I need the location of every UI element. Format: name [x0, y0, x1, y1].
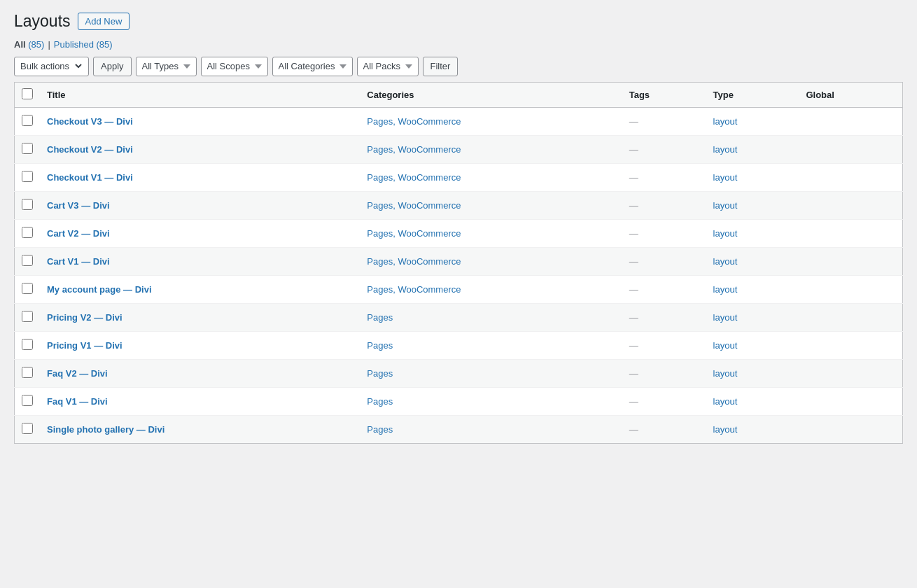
row-categories-cell: Pages: [360, 387, 622, 415]
row-title-link[interactable]: Pricing V2 — Divi: [47, 312, 122, 323]
row-checkbox[interactable]: [22, 143, 33, 154]
row-title-link[interactable]: Cart V3 — Divi: [47, 200, 110, 211]
row-title-link[interactable]: Checkout V2 — Divi: [47, 144, 133, 155]
row-checkbox-cell: [15, 247, 41, 275]
row-categories-cell: Pages, WooCommerce: [360, 191, 622, 219]
row-type-link[interactable]: layout: [713, 172, 738, 183]
row-title-cell: Cart V3 — Divi: [40, 191, 360, 219]
table-row: Cart V1 — DiviPages, WooCommerce—layout: [15, 247, 903, 275]
page-wrapper: Layouts Add New All (85) | Published (85…: [0, 0, 917, 588]
row-type-link[interactable]: layout: [713, 368, 738, 379]
row-tags-cell: —: [622, 107, 706, 135]
row-categories-cell: Pages, WooCommerce: [360, 247, 622, 275]
all-types-select[interactable]: All Types: [136, 57, 197, 76]
row-checkbox[interactable]: [22, 395, 33, 406]
row-type-link[interactable]: layout: [713, 312, 738, 323]
row-checkbox[interactable]: [22, 311, 33, 322]
row-title-cell: My account page — Divi: [40, 275, 360, 303]
all-label: All: [14, 39, 26, 50]
row-categories-cell: Pages, WooCommerce: [360, 163, 622, 191]
row-checkbox[interactable]: [22, 367, 33, 378]
row-checkbox[interactable]: [22, 339, 33, 350]
title-column-header[interactable]: Title: [40, 82, 360, 107]
bulk-actions-select[interactable]: Bulk actions: [18, 60, 84, 72]
row-title-link[interactable]: Pricing V1 — Divi: [47, 340, 122, 351]
row-title-link[interactable]: Checkout V3 — Divi: [47, 116, 133, 127]
row-tags-cell: —: [622, 135, 706, 163]
row-tags-cell: —: [622, 303, 706, 331]
row-checkbox[interactable]: [22, 423, 33, 434]
row-checkbox-cell: [15, 107, 41, 135]
row-tags-cell: —: [622, 219, 706, 247]
tags-dash: —: [629, 396, 638, 407]
categories-column-header: Categories: [360, 82, 622, 107]
row-title-link[interactable]: Cart V2 — Divi: [47, 228, 110, 239]
tags-column-header: Tags: [622, 82, 706, 107]
row-type-link[interactable]: layout: [713, 116, 738, 127]
row-checkbox[interactable]: [22, 283, 33, 294]
row-checkbox-cell: [15, 387, 41, 415]
row-global-cell: [799, 191, 902, 219]
row-title-cell: Checkout V3 — Divi: [40, 107, 360, 135]
all-categories-select[interactable]: All Categories: [272, 57, 353, 76]
row-checkbox[interactable]: [22, 199, 33, 210]
tags-dash: —: [629, 424, 638, 435]
row-type-link[interactable]: layout: [713, 340, 738, 351]
row-checkbox-cell: [15, 163, 41, 191]
tags-dash: —: [629, 116, 638, 127]
all-packs-select[interactable]: All Packs: [357, 57, 419, 76]
all-scopes-select[interactable]: All Scopes: [201, 57, 268, 76]
row-title-link[interactable]: Checkout V1 — Divi: [47, 172, 133, 183]
row-title-cell: Cart V1 — Divi: [40, 247, 360, 275]
row-title-link[interactable]: Faq V1 — Divi: [47, 396, 108, 407]
table-row: Cart V2 — DiviPages, WooCommerce—layout: [15, 219, 903, 247]
row-title-cell: Faq V2 — Divi: [40, 359, 360, 387]
row-type-cell: layout: [706, 191, 799, 219]
row-type-cell: layout: [706, 107, 799, 135]
row-global-cell: [799, 247, 902, 275]
row-type-link[interactable]: layout: [713, 228, 738, 239]
row-type-link[interactable]: layout: [713, 144, 738, 155]
table-header-row: Title Categories Tags Type Global: [15, 82, 903, 107]
row-checkbox-cell: [15, 359, 41, 387]
row-type-link[interactable]: layout: [713, 284, 738, 295]
select-all-checkbox[interactable]: [22, 88, 33, 99]
row-global-cell: [799, 303, 902, 331]
row-type-link[interactable]: layout: [713, 396, 738, 407]
row-type-cell: layout: [706, 387, 799, 415]
filter-button[interactable]: Filter: [423, 57, 458, 76]
row-checkbox[interactable]: [22, 115, 33, 126]
row-type-link[interactable]: layout: [713, 424, 738, 435]
row-global-cell: [799, 359, 902, 387]
tags-dash: —: [629, 340, 638, 351]
layouts-table: Title Categories Tags Type Global Checko…: [14, 82, 903, 444]
row-title-cell: Checkout V2 — Divi: [40, 135, 360, 163]
tags-dash: —: [629, 256, 638, 267]
row-categories-cell: Pages: [360, 331, 622, 359]
row-title-link[interactable]: Faq V2 — Divi: [47, 368, 108, 379]
table-row: My account page — DiviPages, WooCommerce…: [15, 275, 903, 303]
row-checkbox[interactable]: [22, 171, 33, 182]
all-filter-link[interactable]: All (85): [14, 39, 44, 50]
row-global-cell: [799, 135, 902, 163]
row-type-cell: layout: [706, 303, 799, 331]
select-all-column: [15, 82, 41, 107]
row-checkbox[interactable]: [22, 255, 33, 266]
row-checkbox[interactable]: [22, 227, 33, 238]
table-row: Checkout V3 — DiviPages, WooCommerce—lay…: [15, 107, 903, 135]
page-title: Layouts: [14, 11, 71, 32]
table-row: Pricing V1 — DiviPages—layout: [15, 331, 903, 359]
page-header: Layouts Add New: [14, 11, 903, 32]
row-title-link[interactable]: My account page — Divi: [47, 284, 152, 295]
add-new-button[interactable]: Add New: [78, 13, 130, 30]
row-type-link[interactable]: layout: [713, 256, 738, 267]
row-title-link[interactable]: Cart V1 — Divi: [47, 256, 110, 267]
published-filter-link[interactable]: Published (85): [54, 39, 113, 50]
row-checkbox-cell: [15, 415, 41, 443]
table-row: Checkout V2 — DiviPages, WooCommerce—lay…: [15, 135, 903, 163]
row-title-link[interactable]: Single photo gallery — Divi: [47, 424, 164, 435]
row-checkbox-cell: [15, 303, 41, 331]
row-categories-cell: Pages, WooCommerce: [360, 135, 622, 163]
apply-button[interactable]: Apply: [93, 57, 132, 76]
row-type-link[interactable]: layout: [713, 200, 738, 211]
